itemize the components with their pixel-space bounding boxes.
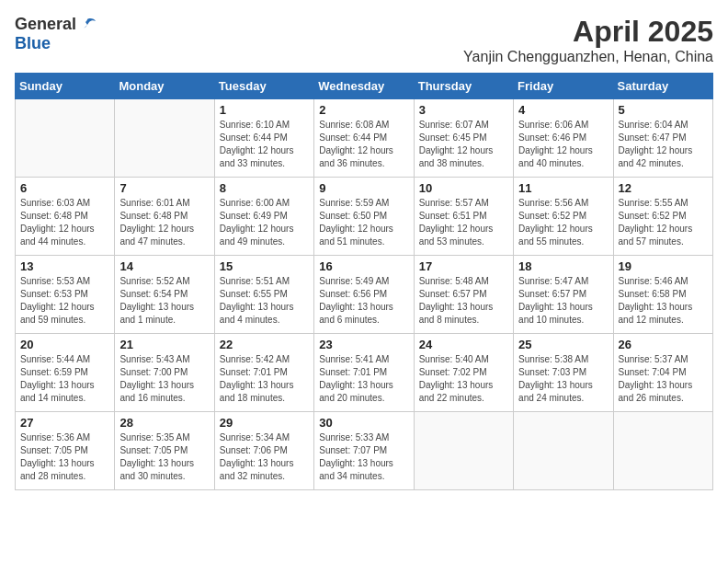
day-number: 22	[220, 338, 309, 351]
day-number: 2	[319, 103, 408, 117]
day-number: 30	[319, 416, 408, 430]
day-cell-4-5	[514, 412, 613, 490]
day-info: Sunrise: 5:41 AMSunset: 7:01 PMDaylight:…	[319, 353, 408, 405]
day-number: 19	[619, 259, 708, 273]
day-info: Sunrise: 5:56 AMSunset: 6:52 PMDaylight:…	[518, 197, 608, 248]
day-number: 18	[518, 259, 608, 273]
day-info: Sunrise: 5:47 AMSunset: 6:57 PMDaylight:…	[518, 275, 608, 327]
day-cell-1-3: 9Sunrise: 5:59 AMSunset: 6:50 PMDaylight…	[314, 178, 414, 256]
day-cell-1-5: 11Sunrise: 5:56 AMSunset: 6:52 PMDayligh…	[514, 178, 613, 256]
day-cell-0-1	[115, 99, 214, 178]
day-info: Sunrise: 5:53 AMSunset: 6:53 PMDaylight:…	[20, 275, 109, 327]
col-friday: Friday	[514, 74, 613, 99]
day-number: 8	[220, 181, 309, 195]
day-number: 15	[220, 259, 309, 273]
day-number: 20	[20, 338, 109, 351]
day-number: 1	[220, 103, 309, 117]
day-cell-3-0: 20Sunrise: 5:44 AMSunset: 6:59 PMDayligh…	[16, 334, 115, 412]
day-info: Sunrise: 6:06 AMSunset: 6:46 PMDaylight:…	[518, 119, 608, 170]
day-cell-3-1: 21Sunrise: 5:43 AMSunset: 7:00 PMDayligh…	[115, 334, 214, 412]
day-info: Sunrise: 5:46 AMSunset: 6:58 PMDaylight:…	[619, 275, 708, 327]
day-cell-3-3: 23Sunrise: 5:41 AMSunset: 7:01 PMDayligh…	[314, 334, 414, 412]
day-number: 23	[319, 338, 408, 351]
day-cell-3-5: 25Sunrise: 5:38 AMSunset: 7:03 PMDayligh…	[514, 334, 613, 412]
day-info: Sunrise: 6:00 AMSunset: 6:49 PMDaylight:…	[220, 197, 309, 248]
day-cell-3-2: 22Sunrise: 5:42 AMSunset: 7:01 PMDayligh…	[214, 334, 313, 412]
day-number: 3	[419, 103, 508, 117]
calendar-table: Sunday Monday Tuesday Wednesday Thursday…	[15, 73, 713, 490]
day-number: 28	[119, 416, 209, 430]
col-thursday: Thursday	[414, 74, 513, 99]
col-wednesday: Wednesday	[314, 74, 414, 99]
day-number: 25	[518, 338, 608, 351]
day-info: Sunrise: 5:49 AMSunset: 6:56 PMDaylight:…	[319, 275, 408, 327]
week-row-1: 1Sunrise: 6:10 AMSunset: 6:44 PMDaylight…	[16, 99, 713, 178]
day-number: 24	[419, 338, 508, 351]
day-cell-0-5: 4Sunrise: 6:06 AMSunset: 6:46 PMDaylight…	[514, 99, 613, 178]
col-sunday: Sunday	[16, 74, 115, 99]
day-number: 11	[518, 181, 608, 195]
day-cell-4-4	[414, 412, 513, 490]
day-cell-2-4: 17Sunrise: 5:48 AMSunset: 6:57 PMDayligh…	[414, 256, 513, 334]
day-number: 10	[419, 181, 508, 195]
day-info: Sunrise: 6:07 AMSunset: 6:45 PMDaylight:…	[419, 119, 508, 170]
day-info: Sunrise: 5:43 AMSunset: 7:00 PMDaylight:…	[119, 353, 209, 405]
day-info: Sunrise: 6:08 AMSunset: 6:44 PMDaylight:…	[319, 119, 408, 170]
day-cell-0-4: 3Sunrise: 6:07 AMSunset: 6:45 PMDaylight…	[414, 99, 513, 178]
logo-blue-text: Blue	[15, 34, 51, 53]
day-info: Sunrise: 5:59 AMSunset: 6:50 PMDaylight:…	[319, 197, 408, 248]
day-cell-2-3: 16Sunrise: 5:49 AMSunset: 6:56 PMDayligh…	[314, 256, 414, 334]
day-cell-2-1: 14Sunrise: 5:52 AMSunset: 6:54 PMDayligh…	[115, 256, 214, 334]
day-info: Sunrise: 5:44 AMSunset: 6:59 PMDaylight:…	[20, 353, 109, 405]
title-block: April 2025 Yanjin Chengguanzhen, Henan, …	[463, 15, 713, 65]
day-cell-3-6: 26Sunrise: 5:37 AMSunset: 7:04 PMDayligh…	[613, 334, 712, 412]
day-cell-1-6: 12Sunrise: 5:55 AMSunset: 6:52 PMDayligh…	[613, 178, 712, 256]
day-info: Sunrise: 5:33 AMSunset: 7:07 PMDaylight:…	[319, 431, 408, 483]
day-number: 21	[119, 338, 209, 351]
day-number: 5	[619, 103, 708, 117]
day-cell-2-0: 13Sunrise: 5:53 AMSunset: 6:53 PMDayligh…	[16, 256, 115, 334]
day-number: 17	[419, 259, 508, 273]
day-cell-0-6: 5Sunrise: 6:04 AMSunset: 6:47 PMDaylight…	[613, 99, 712, 178]
day-number: 14	[119, 259, 209, 273]
day-cell-4-2: 29Sunrise: 5:34 AMSunset: 7:06 PMDayligh…	[214, 412, 313, 490]
day-number: 27	[20, 416, 109, 430]
day-cell-4-3: 30Sunrise: 5:33 AMSunset: 7:07 PMDayligh…	[314, 412, 414, 490]
day-number: 4	[518, 103, 608, 117]
week-row-4: 20Sunrise: 5:44 AMSunset: 6:59 PMDayligh…	[16, 334, 713, 412]
logo: General Blue	[15, 15, 97, 53]
day-cell-1-0: 6Sunrise: 6:03 AMSunset: 6:48 PMDaylight…	[16, 178, 115, 256]
day-number: 6	[20, 181, 109, 195]
day-cell-1-2: 8Sunrise: 6:00 AMSunset: 6:49 PMDaylight…	[214, 178, 313, 256]
day-number: 13	[20, 259, 109, 273]
week-row-3: 13Sunrise: 5:53 AMSunset: 6:53 PMDayligh…	[16, 256, 713, 334]
day-cell-1-1: 7Sunrise: 6:01 AMSunset: 6:48 PMDaylight…	[115, 178, 214, 256]
day-info: Sunrise: 5:36 AMSunset: 7:05 PMDaylight:…	[20, 431, 109, 483]
col-tuesday: Tuesday	[214, 74, 313, 99]
logo-general-text: General	[15, 15, 76, 34]
calendar-header-row: Sunday Monday Tuesday Wednesday Thursday…	[16, 74, 713, 99]
day-info: Sunrise: 5:51 AMSunset: 6:55 PMDaylight:…	[220, 275, 309, 327]
day-number: 9	[319, 181, 408, 195]
page-header: General Blue April 2025 Yanjin Chengguan…	[15, 15, 713, 65]
logo-bird-icon	[78, 16, 97, 34]
day-info: Sunrise: 6:01 AMSunset: 6:48 PMDaylight:…	[119, 197, 209, 248]
day-cell-2-5: 18Sunrise: 5:47 AMSunset: 6:57 PMDayligh…	[514, 256, 613, 334]
day-cell-4-6	[613, 412, 712, 490]
day-info: Sunrise: 5:57 AMSunset: 6:51 PMDaylight:…	[419, 197, 508, 248]
day-cell-4-0: 27Sunrise: 5:36 AMSunset: 7:05 PMDayligh…	[16, 412, 115, 490]
day-info: Sunrise: 5:52 AMSunset: 6:54 PMDaylight:…	[119, 275, 209, 327]
day-info: Sunrise: 5:42 AMSunset: 7:01 PMDaylight:…	[220, 353, 309, 405]
col-monday: Monday	[115, 74, 214, 99]
location-subtitle: Yanjin Chengguanzhen, Henan, China	[463, 49, 713, 65]
day-info: Sunrise: 6:03 AMSunset: 6:48 PMDaylight:…	[20, 197, 109, 248]
week-row-2: 6Sunrise: 6:03 AMSunset: 6:48 PMDaylight…	[16, 178, 713, 256]
week-row-5: 27Sunrise: 5:36 AMSunset: 7:05 PMDayligh…	[16, 412, 713, 490]
day-cell-3-4: 24Sunrise: 5:40 AMSunset: 7:02 PMDayligh…	[414, 334, 513, 412]
day-info: Sunrise: 5:38 AMSunset: 7:03 PMDaylight:…	[518, 353, 608, 405]
day-cell-0-2: 1Sunrise: 6:10 AMSunset: 6:44 PMDaylight…	[214, 99, 313, 178]
day-info: Sunrise: 6:10 AMSunset: 6:44 PMDaylight:…	[220, 119, 309, 170]
day-number: 16	[319, 259, 408, 273]
day-cell-1-4: 10Sunrise: 5:57 AMSunset: 6:51 PMDayligh…	[414, 178, 513, 256]
day-number: 29	[220, 416, 309, 430]
